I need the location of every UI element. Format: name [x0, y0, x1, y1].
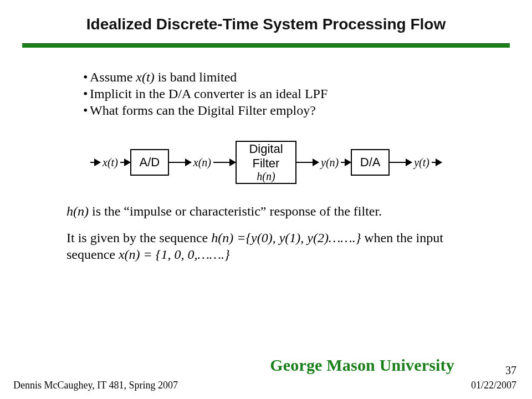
- filter-label-2: Filter: [242, 156, 290, 170]
- block-digital-filter: Digital Filter h(n): [236, 141, 296, 184]
- bullet-1: • Assume x(t) is band limited: [83, 69, 471, 85]
- p1-rest: is the “impulse or characteristic” respo…: [89, 204, 382, 218]
- paragraph-1: h(n) is the “impulse or characteristic” …: [66, 203, 466, 219]
- bullet-list: • Assume x(t) is band limited • Implicit…: [83, 69, 471, 119]
- signal-yt: y(t): [412, 156, 432, 169]
- arrow-icon: [213, 162, 236, 163]
- block-ad-label: A/D: [137, 155, 162, 170]
- filter-hn: h(n): [242, 170, 290, 183]
- paragraph-2: It is given by the sequence h(n) ={y(0),…: [66, 229, 466, 263]
- arrow-icon: [296, 162, 319, 163]
- p2-xseq: x(n) = {1, 0, 0,…….}: [119, 247, 230, 262]
- p2-seq: h(n) ={y(0), y(1), y(2)…….}: [211, 231, 361, 245]
- arrow-icon: [390, 162, 412, 163]
- bullet-dot: •: [83, 85, 90, 102]
- slide-title: Idealized Discrete-Time System Processin…: [0, 0, 532, 33]
- body-paragraphs: h(n) is the “impulse or characteristic” …: [66, 203, 466, 263]
- block-da-label: D/A: [357, 155, 383, 170]
- p2-pre: It is given by the sequence: [66, 231, 211, 245]
- block-diagram: x(t) A/D x(n) Digital Filter h(n) y(n) D…: [39, 141, 493, 184]
- signal-xn: x(n): [191, 156, 213, 169]
- footer-page-number: 37: [505, 364, 516, 377]
- title-underline: [22, 43, 510, 48]
- arrow-icon: [341, 162, 351, 163]
- bullet-2: • Implicit in the D/A converter is an id…: [83, 85, 471, 102]
- p1-var: h(n): [66, 204, 89, 218]
- signal-yn: y(n): [319, 156, 341, 169]
- block-da: D/A: [351, 149, 390, 176]
- filter-label-1: Digital: [242, 142, 290, 156]
- bullet-1-var: x(t): [136, 70, 154, 84]
- bullet-dot: •: [83, 102, 90, 119]
- bullet-1-pre: Assume: [90, 70, 136, 84]
- arrow-icon: [90, 162, 100, 163]
- arrow-icon: [120, 162, 130, 163]
- bullet-3: • What forms can the Digital Filter empl…: [83, 102, 471, 119]
- bullet-1-post: is band limited: [155, 70, 237, 84]
- arrow-icon: [432, 162, 442, 163]
- bullet-2-text: Implicit in the D/A converter is an idea…: [90, 85, 328, 102]
- footer-author: Dennis McCaughey, IT 481, Spring 2007: [13, 380, 178, 391]
- bullet-dot: •: [83, 69, 90, 85]
- footer-date: 01/22/2007: [471, 380, 516, 391]
- arrow-icon: [169, 162, 191, 163]
- bullet-3-text: What forms can the Digital Filter employ…: [90, 102, 316, 119]
- block-ad: A/D: [130, 149, 169, 176]
- university-logo-text: George Mason University: [270, 356, 454, 375]
- signal-xt: x(t): [100, 156, 120, 169]
